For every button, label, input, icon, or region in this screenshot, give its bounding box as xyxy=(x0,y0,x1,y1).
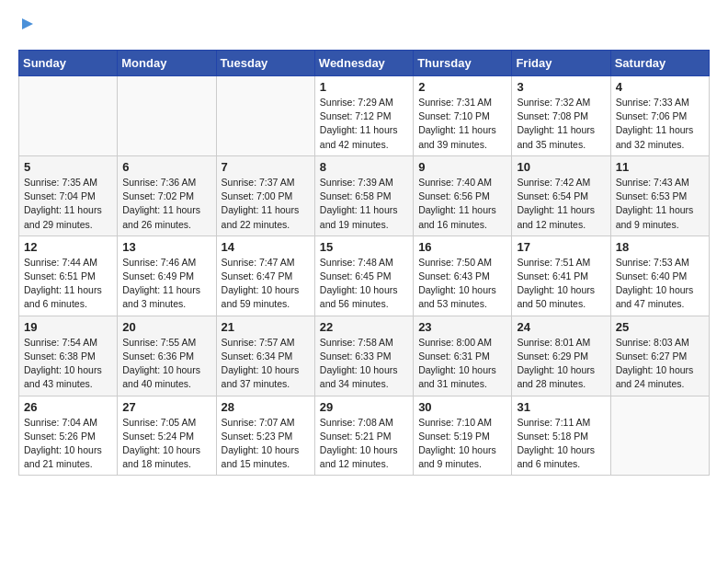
calendar-cell: 20Sunrise: 7:55 AM Sunset: 6:36 PM Dayli… xyxy=(118,316,216,396)
day-number: 13 xyxy=(122,240,210,254)
day-info: Sunrise: 7:29 AM Sunset: 7:12 PM Dayligh… xyxy=(320,96,408,152)
day-number: 10 xyxy=(517,160,605,174)
calendar-cell: 15Sunrise: 7:48 AM Sunset: 6:45 PM Dayli… xyxy=(314,236,413,316)
day-number: 15 xyxy=(320,240,408,254)
page-header xyxy=(18,18,710,35)
day-info: Sunrise: 8:00 AM Sunset: 6:31 PM Dayligh… xyxy=(418,336,506,392)
calendar-cell xyxy=(118,76,216,156)
day-info: Sunrise: 7:53 AM Sunset: 6:40 PM Dayligh… xyxy=(616,256,704,312)
day-info: Sunrise: 7:43 AM Sunset: 6:53 PM Dayligh… xyxy=(616,176,704,232)
calendar-cell: 10Sunrise: 7:42 AM Sunset: 6:54 PM Dayli… xyxy=(512,155,610,236)
day-info: Sunrise: 7:10 AM Sunset: 5:19 PM Dayligh… xyxy=(418,416,506,472)
day-header-tuesday: Tuesday xyxy=(216,51,314,76)
day-info: Sunrise: 8:01 AM Sunset: 6:29 PM Dayligh… xyxy=(517,336,605,392)
day-info: Sunrise: 7:57 AM Sunset: 6:34 PM Dayligh… xyxy=(222,336,310,392)
calendar-cell: 4Sunrise: 7:33 AM Sunset: 7:06 PM Daylig… xyxy=(610,76,709,156)
calendar-cell: 18Sunrise: 7:53 AM Sunset: 6:40 PM Dayli… xyxy=(610,236,709,316)
day-header-saturday: Saturday xyxy=(610,51,709,76)
day-number: 8 xyxy=(320,160,408,174)
calendar-cell: 23Sunrise: 8:00 AM Sunset: 6:31 PM Dayli… xyxy=(414,316,512,396)
day-number: 11 xyxy=(616,160,704,174)
day-info: Sunrise: 7:54 AM Sunset: 6:38 PM Dayligh… xyxy=(24,336,112,392)
day-number: 27 xyxy=(122,400,210,414)
calendar-cell: 31Sunrise: 7:11 AM Sunset: 5:18 PM Dayli… xyxy=(512,396,610,476)
day-info: Sunrise: 7:40 AM Sunset: 6:56 PM Dayligh… xyxy=(418,176,506,232)
day-number: 22 xyxy=(320,320,408,334)
day-number: 18 xyxy=(616,240,704,254)
day-number: 30 xyxy=(418,400,506,414)
day-number: 26 xyxy=(24,400,112,414)
day-info: Sunrise: 7:36 AM Sunset: 7:02 PM Dayligh… xyxy=(122,176,210,232)
calendar-cell: 28Sunrise: 7:07 AM Sunset: 5:23 PM Dayli… xyxy=(216,396,314,476)
calendar-cell: 8Sunrise: 7:39 AM Sunset: 6:58 PM Daylig… xyxy=(314,155,413,236)
calendar-cell xyxy=(216,76,314,156)
logo xyxy=(18,18,33,35)
calendar-week-3: 12Sunrise: 7:44 AM Sunset: 6:51 PM Dayli… xyxy=(19,236,710,316)
day-info: Sunrise: 7:32 AM Sunset: 7:08 PM Dayligh… xyxy=(517,96,605,152)
day-number: 19 xyxy=(24,320,112,334)
day-number: 7 xyxy=(222,160,310,174)
day-number: 9 xyxy=(418,160,506,174)
calendar-cell: 27Sunrise: 7:05 AM Sunset: 5:24 PM Dayli… xyxy=(118,396,216,476)
day-header-monday: Monday xyxy=(118,51,216,76)
calendar-cell: 26Sunrise: 7:04 AM Sunset: 5:26 PM Dayli… xyxy=(19,396,118,476)
day-info: Sunrise: 7:58 AM Sunset: 6:33 PM Dayligh… xyxy=(320,336,408,392)
day-number: 5 xyxy=(24,160,112,174)
day-info: Sunrise: 7:37 AM Sunset: 7:00 PM Dayligh… xyxy=(222,176,310,232)
calendar-cell: 13Sunrise: 7:46 AM Sunset: 6:49 PM Dayli… xyxy=(118,236,216,316)
day-number: 2 xyxy=(418,80,506,94)
day-number: 21 xyxy=(222,320,310,334)
calendar-header-row: SundayMondayTuesdayWednesdayThursdayFrid… xyxy=(19,51,710,76)
calendar-cell: 12Sunrise: 7:44 AM Sunset: 6:51 PM Dayli… xyxy=(19,236,118,316)
calendar-cell: 30Sunrise: 7:10 AM Sunset: 5:19 PM Dayli… xyxy=(414,396,512,476)
day-header-wednesday: Wednesday xyxy=(314,51,413,76)
day-info: Sunrise: 8:03 AM Sunset: 6:27 PM Dayligh… xyxy=(616,336,704,392)
day-header-sunday: Sunday xyxy=(19,51,118,76)
calendar-cell: 2Sunrise: 7:31 AM Sunset: 7:10 PM Daylig… xyxy=(414,76,512,156)
day-number: 23 xyxy=(418,320,506,334)
calendar-cell: 3Sunrise: 7:32 AM Sunset: 7:08 PM Daylig… xyxy=(512,76,610,156)
day-header-thursday: Thursday xyxy=(414,51,512,76)
day-number: 25 xyxy=(616,320,704,334)
day-number: 3 xyxy=(517,80,605,94)
calendar-cell: 16Sunrise: 7:50 AM Sunset: 6:43 PM Dayli… xyxy=(414,236,512,316)
day-info: Sunrise: 7:05 AM Sunset: 5:24 PM Dayligh… xyxy=(122,416,210,472)
day-number: 24 xyxy=(517,320,605,334)
calendar-table: SundayMondayTuesdayWednesdayThursdayFrid… xyxy=(18,50,710,476)
calendar-cell: 21Sunrise: 7:57 AM Sunset: 6:34 PM Dayli… xyxy=(216,316,314,396)
day-number: 20 xyxy=(122,320,210,334)
calendar-cell: 29Sunrise: 7:08 AM Sunset: 5:21 PM Dayli… xyxy=(314,396,413,476)
day-info: Sunrise: 7:51 AM Sunset: 6:41 PM Dayligh… xyxy=(517,256,605,312)
day-info: Sunrise: 7:04 AM Sunset: 5:26 PM Dayligh… xyxy=(24,416,112,472)
day-number: 28 xyxy=(222,400,310,414)
day-info: Sunrise: 7:31 AM Sunset: 7:10 PM Dayligh… xyxy=(418,96,506,152)
day-number: 6 xyxy=(122,160,210,174)
day-number: 14 xyxy=(222,240,310,254)
calendar-cell: 9Sunrise: 7:40 AM Sunset: 6:56 PM Daylig… xyxy=(414,155,512,236)
day-number: 31 xyxy=(517,400,605,414)
calendar-cell xyxy=(19,76,118,156)
day-number: 16 xyxy=(418,240,506,254)
day-info: Sunrise: 7:11 AM Sunset: 5:18 PM Dayligh… xyxy=(517,416,605,472)
day-info: Sunrise: 7:48 AM Sunset: 6:45 PM Dayligh… xyxy=(320,256,408,312)
calendar-cell: 11Sunrise: 7:43 AM Sunset: 6:53 PM Dayli… xyxy=(610,155,709,236)
day-info: Sunrise: 7:08 AM Sunset: 5:21 PM Dayligh… xyxy=(320,416,408,472)
calendar-cell: 17Sunrise: 7:51 AM Sunset: 6:41 PM Dayli… xyxy=(512,236,610,316)
calendar-cell: 7Sunrise: 7:37 AM Sunset: 7:00 PM Daylig… xyxy=(216,155,314,236)
calendar-cell xyxy=(610,396,709,476)
calendar-cell: 6Sunrise: 7:36 AM Sunset: 7:02 PM Daylig… xyxy=(118,155,216,236)
day-info: Sunrise: 7:47 AM Sunset: 6:47 PM Dayligh… xyxy=(222,256,310,312)
day-number: 12 xyxy=(24,240,112,254)
day-info: Sunrise: 7:44 AM Sunset: 6:51 PM Dayligh… xyxy=(24,256,112,312)
calendar-week-4: 19Sunrise: 7:54 AM Sunset: 6:38 PM Dayli… xyxy=(19,316,710,396)
day-info: Sunrise: 7:35 AM Sunset: 7:04 PM Dayligh… xyxy=(24,176,112,232)
calendar-week-2: 5Sunrise: 7:35 AM Sunset: 7:04 PM Daylig… xyxy=(19,155,710,236)
day-info: Sunrise: 7:33 AM Sunset: 7:06 PM Dayligh… xyxy=(616,96,704,152)
calendar-cell: 24Sunrise: 8:01 AM Sunset: 6:29 PM Dayli… xyxy=(512,316,610,396)
day-number: 29 xyxy=(320,400,408,414)
day-number: 17 xyxy=(517,240,605,254)
calendar-cell: 19Sunrise: 7:54 AM Sunset: 6:38 PM Dayli… xyxy=(19,316,118,396)
calendar-cell: 1Sunrise: 7:29 AM Sunset: 7:12 PM Daylig… xyxy=(314,76,413,156)
calendar-cell: 5Sunrise: 7:35 AM Sunset: 7:04 PM Daylig… xyxy=(19,155,118,236)
day-info: Sunrise: 7:39 AM Sunset: 6:58 PM Dayligh… xyxy=(320,176,408,232)
